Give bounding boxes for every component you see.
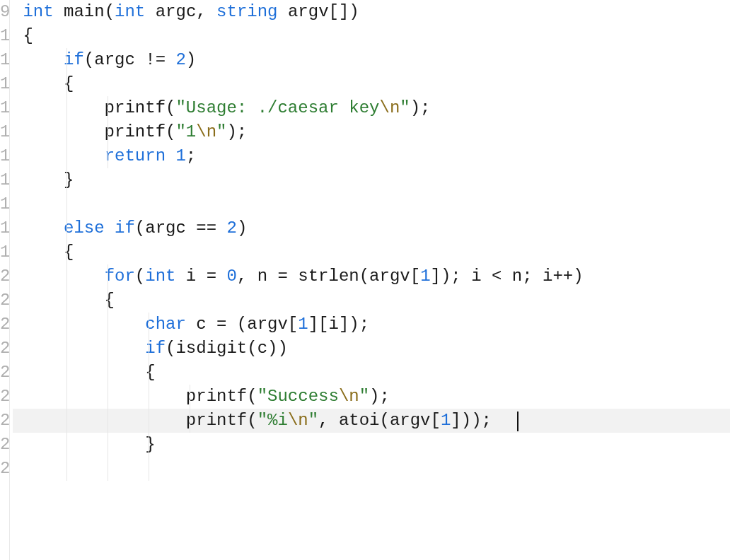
code-line[interactable]: char c = (argv[1][i]); xyxy=(13,313,730,337)
code-line[interactable] xyxy=(13,192,730,216)
code-token: } xyxy=(13,435,156,454)
code-token: ) xyxy=(186,50,196,69)
code-token: 1 xyxy=(441,411,451,430)
indent-guide xyxy=(190,409,190,433)
code-token: ][i]); xyxy=(308,315,369,334)
code-token: { xyxy=(13,363,156,382)
line-number: 21 xyxy=(0,288,9,313)
code-line[interactable] xyxy=(13,457,730,481)
code-token: , atoi(argv[ xyxy=(318,411,441,430)
indent-guide xyxy=(66,120,67,144)
indent-guide xyxy=(108,144,108,168)
code-line[interactable]: printf("1\n"); xyxy=(13,120,730,144)
code-token: " xyxy=(216,122,226,141)
code-token: "Success xyxy=(257,387,339,406)
line-number: 10 xyxy=(0,24,9,48)
indent-guide xyxy=(66,216,67,240)
code-token: printf( xyxy=(13,387,257,406)
indent-guide xyxy=(66,337,67,361)
line-number: 28 xyxy=(0,457,9,481)
indent-guide xyxy=(190,385,190,409)
code-token: ) xyxy=(237,218,247,238)
code-token xyxy=(13,459,23,478)
indent-guide xyxy=(108,96,108,120)
line-number: 13 xyxy=(0,96,9,120)
code-line[interactable]: printf("%i\n", atoi(argv[1])); xyxy=(13,409,730,433)
code-token: 2 xyxy=(175,50,185,69)
line-number: 25 xyxy=(0,385,9,409)
indent-guide xyxy=(108,337,108,361)
code-token xyxy=(105,218,115,238)
code-line[interactable]: int main(int argc, string argv[]) xyxy=(13,0,730,24)
code-token: 1 xyxy=(298,315,308,334)
indent-guide xyxy=(149,409,149,433)
code-token: return xyxy=(105,146,166,165)
code-token: { xyxy=(13,74,74,93)
code-token xyxy=(13,146,105,165)
code-line[interactable]: if(isdigit(c)) xyxy=(13,337,730,361)
line-number: 22 xyxy=(0,313,9,337)
code-line[interactable]: { xyxy=(13,24,730,48)
indent-guide xyxy=(66,433,67,457)
indent-guide xyxy=(66,457,67,481)
code-line[interactable]: printf("Usage: ./caesar key\n"); xyxy=(13,96,730,120)
code-line[interactable]: else if(argc == 2) xyxy=(13,216,730,240)
code-token: 0 xyxy=(226,267,236,286)
code-token xyxy=(13,218,64,238)
code-token: int xyxy=(145,267,175,286)
code-token: ]); i < n; i++) xyxy=(431,267,584,286)
indent-guide xyxy=(108,433,108,457)
code-token: argv[]) xyxy=(278,2,359,21)
code-token: \n xyxy=(379,98,400,117)
indent-guide xyxy=(108,457,108,481)
line-number: 16 xyxy=(0,168,9,192)
indent-guide xyxy=(108,361,108,385)
indent-guide xyxy=(66,240,67,264)
code-token: int xyxy=(23,2,53,21)
line-number: 11 xyxy=(0,48,9,72)
code-token: \n xyxy=(288,411,308,430)
code-token: ( xyxy=(135,267,145,286)
line-number: 27 xyxy=(0,433,9,457)
line-number: 19 xyxy=(0,240,9,264)
code-token: (argc != xyxy=(84,50,176,69)
indent-guide xyxy=(66,264,67,288)
code-token: 1 xyxy=(175,146,185,165)
code-token: { xyxy=(13,243,74,262)
code-line[interactable]: if(argc != 2) xyxy=(13,48,730,72)
indent-guide xyxy=(108,264,108,288)
indent-guide xyxy=(149,337,149,361)
code-token: ); xyxy=(369,387,390,406)
line-number: 17 xyxy=(0,192,9,216)
code-line[interactable]: { xyxy=(13,288,730,313)
code-line[interactable]: } xyxy=(13,168,730,192)
code-line[interactable]: { xyxy=(13,72,730,96)
indent-guide xyxy=(149,457,149,481)
code-line[interactable]: { xyxy=(13,240,730,264)
text-cursor xyxy=(517,412,518,431)
code-token: ; xyxy=(186,146,196,165)
code-token: "1 xyxy=(175,122,196,141)
indent-guide xyxy=(66,313,67,337)
indent-guide xyxy=(108,288,108,313)
code-line[interactable]: { xyxy=(13,361,730,385)
code-token xyxy=(13,315,145,334)
code-token: else xyxy=(64,218,105,238)
indent-guide xyxy=(66,48,67,72)
code-token: " xyxy=(400,98,410,117)
indent-guide xyxy=(66,168,67,192)
code-line[interactable]: for(int i = 0, n = strlen(argv[1]); i < … xyxy=(13,264,730,288)
indent-guide xyxy=(66,192,67,216)
code-line[interactable]: } xyxy=(13,433,730,457)
indent-guide xyxy=(108,313,108,337)
code-line[interactable]: return 1; xyxy=(13,144,730,168)
indent-guide xyxy=(66,409,67,433)
code-token: ); xyxy=(226,122,247,141)
line-number-gutter: 910111213141516171819202122232425262728 xyxy=(0,0,10,560)
line-number: 9 xyxy=(0,0,9,24)
code-line[interactable]: printf("Success\n"); xyxy=(13,385,730,409)
line-number: 18 xyxy=(0,216,9,240)
indent-guide xyxy=(66,96,67,120)
code-editor-area[interactable]: int main(int argc, string argv[]) { if(a… xyxy=(10,0,730,560)
indent-guide xyxy=(66,72,67,96)
